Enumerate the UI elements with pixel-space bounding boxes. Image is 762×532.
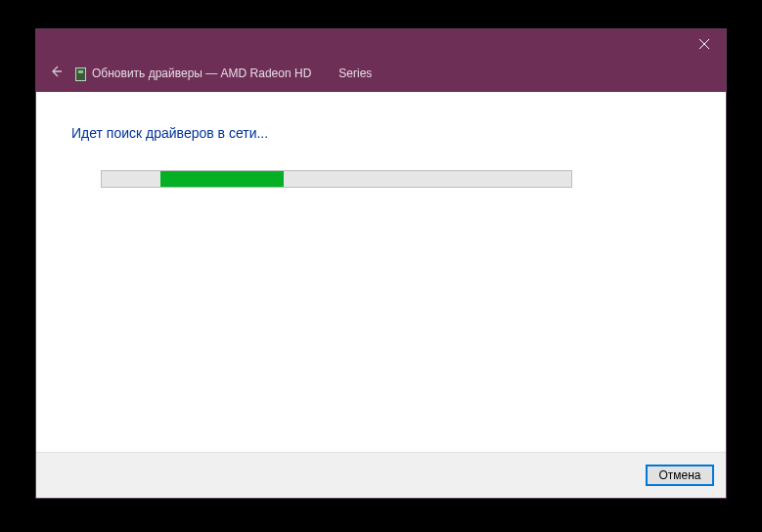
close-button[interactable] xyxy=(682,29,726,59)
arrow-left-icon xyxy=(49,65,63,82)
cancel-button[interactable]: Отмена xyxy=(646,465,714,486)
status-text: Идет поиск драйверов в сети... xyxy=(71,125,691,141)
titlebar: Обновить драйверы — AMD Radeon HD Series xyxy=(36,29,726,92)
svg-rect-1 xyxy=(78,70,83,73)
dialog-footer: Отмена xyxy=(36,452,726,498)
back-button[interactable] xyxy=(48,66,64,81)
svg-rect-0 xyxy=(76,68,86,81)
content-area: Идет поиск драйверов в сети... xyxy=(36,92,726,452)
title-suffix: Series xyxy=(338,66,372,80)
driver-update-dialog: Обновить драйверы — AMD Radeon HD Series… xyxy=(35,28,727,499)
title-prefix: Обновить драйверы — AMD Radeon HD xyxy=(92,66,311,80)
device-icon xyxy=(75,67,86,81)
progress-bar-track xyxy=(101,170,572,188)
window-title: Обновить драйверы — AMD Radeon HD Series xyxy=(75,66,372,80)
close-icon xyxy=(699,36,709,52)
progress-bar-fill xyxy=(160,171,284,187)
